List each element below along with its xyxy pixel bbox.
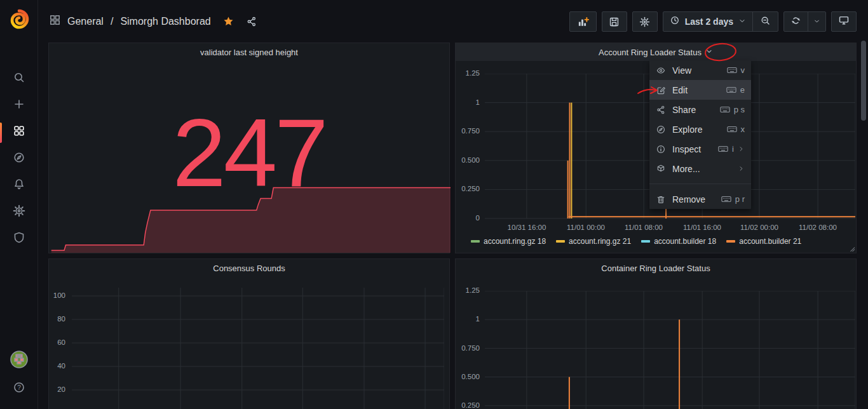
panel-consensus-rounds: Consensus Rounds 100 80 60 40 20: [48, 258, 450, 409]
timeseries-chart-consensus: [72, 288, 444, 409]
panel-title-text: Container Ring Loader Status: [601, 264, 710, 273]
favorite-star-icon[interactable]: [222, 15, 234, 27]
breadcrumb-dashboard-title[interactable]: Simorgh Dashborad: [120, 16, 210, 27]
share-dashboard-icon[interactable]: [246, 16, 257, 27]
panel-title-consensus[interactable]: Consensus Rounds: [49, 259, 449, 277]
chevron-right-icon: [738, 145, 745, 152]
panel-validator-last-signed-height: validator last signed height 247: [48, 43, 450, 253]
menu-shortcut: p s: [734, 105, 745, 114]
search-icon: [13, 71, 25, 86]
legend-label: account.ring.gz 18: [484, 237, 546, 246]
keyboard-icon: [727, 126, 737, 133]
bell-icon: [13, 178, 25, 193]
menu-divider: [649, 184, 751, 184]
add-panel-button[interactable]: [569, 11, 597, 32]
grafana-logo[interactable]: [8, 8, 30, 30]
sidebar: ?: [0, 0, 38, 409]
breadcrumb-folder[interactable]: General: [67, 16, 104, 27]
panel-title-container[interactable]: Container Ring Loader Status: [456, 259, 856, 277]
breadcrumb: General / Simorgh Dashborad: [49, 14, 257, 29]
page-scrollbar-thumb[interactable]: [861, 41, 866, 121]
keyboard-icon: [727, 67, 737, 74]
zoom-out-icon: [760, 15, 771, 29]
menu-item-more[interactable]: More...: [649, 159, 751, 178]
keyboard-icon: [721, 196, 731, 203]
top-nav: General / Simorgh Dashborad Last 2 days: [38, 0, 868, 43]
sidebar-item-server-admin[interactable]: [9, 229, 29, 249]
eye-icon: [656, 65, 666, 76]
sidebar-item-explore[interactable]: [9, 149, 29, 169]
refresh-interval-dropdown[interactable]: [808, 12, 825, 31]
compass-icon: [656, 124, 666, 135]
time-range-picker: Last 2 days: [663, 11, 778, 32]
sidebar-item-configuration[interactable]: [9, 202, 29, 222]
timeseries-chart-container: [485, 291, 855, 409]
panel-title-text: Consensus Rounds: [213, 264, 285, 273]
legend-swatch: [471, 240, 480, 243]
menu-item-label: More...: [672, 164, 731, 174]
legend-label: account.ring.gz 21: [569, 237, 631, 246]
svg-text:?: ?: [17, 384, 21, 391]
menu-item-label: Inspect: [672, 144, 712, 154]
menu-item-label: Remove: [672, 194, 715, 204]
legend-item[interactable]: account.builder 21: [726, 237, 801, 246]
panel-title-text: Account Ring Loader Status: [599, 48, 702, 57]
legend-item[interactable]: account.ring.gz 21: [556, 237, 631, 246]
grafana-app: ? General / Simorgh Dashborad: [0, 0, 868, 409]
legend-item[interactable]: account.builder 18: [641, 237, 716, 246]
dashboard-settings-button[interactable]: [632, 11, 658, 32]
sidebar-item-create[interactable]: [9, 95, 29, 116]
user-avatar: [10, 351, 28, 371]
chevron-down-icon: [813, 16, 820, 27]
legend-item[interactable]: account.ring.gz 18: [471, 237, 546, 246]
legend-label: account.builder 21: [739, 237, 801, 246]
menu-item-view[interactable]: View v: [649, 60, 751, 80]
menu-item-explore[interactable]: Explore x: [649, 119, 751, 139]
legend-swatch: [556, 240, 565, 243]
zoom-out-button[interactable]: [752, 12, 778, 31]
cycle-view-mode-button[interactable]: [831, 11, 857, 32]
panel-title-account[interactable]: Account Ring Loader Status: [456, 43, 856, 61]
menu-shortcut: p r: [735, 194, 745, 204]
dashboards-grid-icon: [13, 124, 25, 140]
sidebar-item-search[interactable]: [9, 69, 29, 89]
refresh-control: [783, 11, 826, 32]
menu-shortcut: i: [732, 144, 734, 154]
panel-container-ring-loader-status: Container Ring Loader Status 1.25 1 0.75…: [455, 258, 857, 409]
menu-item-edit[interactable]: Edit e: [649, 80, 751, 100]
panel-menu-chevron-icon[interactable]: [705, 48, 713, 57]
plus-icon: [13, 98, 25, 113]
refresh-button[interactable]: [784, 12, 808, 31]
sidebar-item-profile[interactable]: [9, 351, 29, 371]
sidebar-item-help[interactable]: ?: [9, 379, 29, 399]
chevron-down-icon: [738, 16, 746, 27]
legend-swatch: [726, 240, 735, 243]
menu-item-share[interactable]: Share p s: [649, 100, 751, 119]
stat-sparkline: [49, 175, 451, 253]
dashboard-toolbar: Last 2 days: [569, 11, 857, 32]
menu-item-inspect[interactable]: Inspect i: [649, 139, 751, 159]
time-range-label: Last 2 days: [685, 17, 733, 27]
share-alt-icon: [656, 105, 666, 115]
x-axis-account: 10/31 16:00 11/01 00:00 11/01 08:00 11/0…: [485, 224, 855, 234]
sidebar-item-dashboards[interactable]: [9, 122, 29, 142]
time-range-button[interactable]: Last 2 days: [663, 12, 752, 31]
panel-title-validator[interactable]: validator last signed height: [49, 43, 449, 61]
tv-kiosk-icon: [838, 15, 850, 29]
save-dashboard-button[interactable]: [602, 11, 627, 32]
gear-icon: [13, 204, 25, 220]
keyboard-icon: [726, 86, 736, 93]
keyboard-icon: [720, 106, 730, 113]
menu-item-label: Explore: [672, 124, 721, 135]
shield-icon: [13, 231, 25, 246]
legend-swatch: [641, 240, 650, 243]
sidebar-item-alerting[interactable]: [9, 175, 29, 196]
menu-shortcut: x: [741, 124, 745, 134]
menu-item-remove[interactable]: Remove p r: [649, 189, 751, 209]
panel-context-menu: View v Edit e Share p s Explore x Inspec…: [649, 60, 751, 209]
compass-icon: [13, 151, 25, 166]
panel-resize-handle[interactable]: [850, 246, 855, 251]
keyboard-icon: [718, 145, 728, 152]
edit-pen-icon: [656, 85, 666, 95]
menu-item-label: Share: [672, 105, 714, 115]
